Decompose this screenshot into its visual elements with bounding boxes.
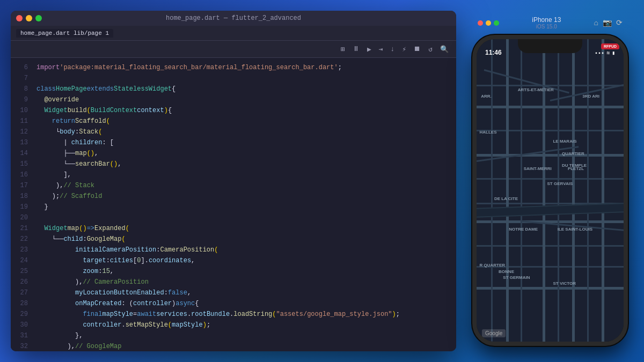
phone-close[interactable] bbox=[478, 20, 483, 26]
zoom-icon[interactable]: 🔍 bbox=[438, 44, 451, 55]
map-label-ile-saint: ILE SAINT-LOUIS bbox=[558, 227, 592, 232]
google-watermark: Google bbox=[482, 329, 506, 337]
code-line-14: ├──map(), bbox=[36, 148, 456, 159]
map-label-cite: DE LA CITE bbox=[494, 196, 518, 201]
window-title: home_page.dart — flutter_2_advanced bbox=[166, 14, 301, 22]
map-label-bonne: BONNE bbox=[499, 269, 514, 274]
code-line-18: ); // Scaffold bbox=[36, 191, 456, 202]
code-line-32: ), // GoogleMap bbox=[36, 341, 456, 351]
screenshot-icon[interactable]: 📷 bbox=[603, 18, 612, 27]
code-line-20 bbox=[36, 212, 456, 223]
code-line-19: } bbox=[36, 202, 456, 212]
map-label-st-gervais: ST GERVAIS bbox=[547, 181, 573, 186]
map-label-st-germain: ST GERMAIN bbox=[503, 275, 530, 280]
play-icon[interactable]: ▶ bbox=[365, 44, 374, 55]
code-line-28: onMapCreated: (controller) async { bbox=[36, 298, 456, 309]
phone-maximize[interactable] bbox=[494, 20, 499, 26]
code-line-31: }, bbox=[36, 330, 456, 341]
code-editor[interactable]: import 'package:material_floating_search… bbox=[32, 58, 456, 351]
title-bar: home_page.dart — flutter_2_advanced bbox=[11, 11, 456, 26]
code-line-8: class HomePage extends StatelessWidget { bbox=[36, 84, 456, 94]
code-line-27: myLocationButtonEnabled: false, bbox=[36, 287, 456, 298]
phone-info-bar: iPhone 13 iOS 15.0 ⌂ 📷 ⟳ bbox=[472, 16, 628, 29]
maximize-button[interactable] bbox=[35, 15, 42, 21]
wifi-icon: ≋ bbox=[606, 50, 610, 56]
map-label-saint-merri: SAINT-MERRI bbox=[524, 166, 552, 171]
code-line-12: └body: Stack( bbox=[36, 127, 456, 137]
code-line-25: zoom: 15, bbox=[36, 266, 456, 277]
code-line-21: Widget map() => Expanded( bbox=[36, 223, 456, 234]
map-label-st-victor: ST VICTOR bbox=[553, 281, 576, 286]
lightning-icon[interactable]: ⚡ bbox=[400, 44, 408, 55]
code-line-22: └──child: GoogleMap( bbox=[36, 234, 456, 245]
map-label-notre-dame: NOTRE DAME bbox=[509, 227, 538, 232]
map-label-3rd: 3RD ARI bbox=[582, 94, 599, 99]
code-line-30: controller.setMapStyle(mapStyle); bbox=[36, 320, 456, 330]
phone-minimize[interactable] bbox=[486, 20, 491, 26]
close-button[interactable] bbox=[16, 15, 23, 21]
code-line-7 bbox=[36, 73, 456, 84]
home-icon[interactable]: ⌂ bbox=[594, 19, 598, 27]
step-into-icon[interactable]: ↓ bbox=[389, 44, 397, 54]
map-label-marais: LE MARAIS bbox=[553, 139, 576, 144]
pause-icon[interactable]: ⏸ bbox=[350, 44, 362, 54]
code-line-24: target: cities[0].coordinates, bbox=[36, 255, 456, 266]
status-icons: ▪▪▪ ≋ ▮ bbox=[595, 50, 615, 56]
code-line-9: @override bbox=[36, 94, 456, 105]
map-label-pletzl: PLETZL bbox=[568, 166, 584, 171]
battery-icon: ▮ bbox=[612, 50, 615, 56]
code-line-29: final mapStyle = await services.rootBund… bbox=[36, 309, 456, 320]
phone-mockup: ARR. ARTS-ET-METIER 3RD ARI HALLES LE MA… bbox=[472, 35, 628, 346]
code-line-13: | children: [ bbox=[36, 137, 456, 148]
map-label-arr: ARR. bbox=[481, 94, 492, 99]
signal-icon: ▪▪▪ bbox=[595, 50, 604, 56]
ide-window: home_page.dart — flutter_2_advanced home… bbox=[11, 11, 456, 351]
device-name: iPhone 13 bbox=[532, 16, 561, 24]
code-line-6: import 'package:material_floating_search… bbox=[36, 62, 456, 73]
device-os: iOS 15.0 bbox=[536, 24, 557, 29]
phone-screen: ARR. ARTS-ET-METIER 3RD ARI HALLES LE MA… bbox=[477, 39, 624, 342]
code-line-15: └──searchBar(), bbox=[36, 159, 456, 169]
grid-icon[interactable]: ⊞ bbox=[339, 44, 347, 55]
phone-time: 11:46 bbox=[485, 49, 502, 56]
map-background: ARR. ARTS-ET-METIER 3RD ARI HALLES LE MA… bbox=[477, 39, 624, 342]
code-area: 6 7 8 9 10 11 12 13 14 15 16 17 18 19 20… bbox=[11, 58, 456, 351]
debug-badge: RFPUD bbox=[601, 43, 619, 49]
stop-icon[interactable]: ⏹ bbox=[412, 44, 423, 54]
code-line-11: return Scaffold( bbox=[36, 116, 456, 127]
line-numbers: 6 7 8 9 10 11 12 13 14 15 16 17 18 19 20… bbox=[11, 58, 32, 351]
step-over-icon[interactable]: ⇥ bbox=[377, 44, 385, 55]
rotate-icon[interactable]: ⟳ bbox=[616, 18, 623, 27]
minimize-button[interactable] bbox=[26, 15, 32, 21]
code-line-17: ), // Stack bbox=[36, 180, 456, 191]
tab-bar: home_page.dart lib/page 1 bbox=[11, 26, 456, 41]
code-line-16: ], bbox=[36, 169, 456, 180]
toolbar: ⊞ ⏸ ▶ ⇥ ↓ ⚡ ⏹ ↺ 🔍 bbox=[11, 41, 456, 58]
phone-container: iPhone 13 iOS 15.0 ⌂ 📷 ⟳ bbox=[467, 16, 633, 346]
traffic-lights bbox=[16, 15, 42, 21]
phone-top-icons: ⌂ 📷 ⟳ bbox=[594, 18, 623, 27]
code-line-26: ), // CameraPosition bbox=[36, 277, 456, 287]
phone-traffic-lights bbox=[478, 20, 499, 26]
active-tab[interactable]: home_page.dart lib/page 1 bbox=[16, 29, 113, 38]
reload-icon[interactable]: ↺ bbox=[426, 44, 435, 55]
map-label-halles: HALLES bbox=[479, 130, 496, 135]
map-label-arts: ARTS-ET-METIER bbox=[518, 87, 554, 92]
map-label-r-quarter: R QUARTER bbox=[479, 263, 505, 268]
code-line-10: Widget build(BuildContext context) { bbox=[36, 105, 456, 116]
code-line-23: initialCameraPosition: CameraPosition( bbox=[36, 245, 456, 255]
map-label-quartier: QUARTIER bbox=[562, 151, 584, 156]
